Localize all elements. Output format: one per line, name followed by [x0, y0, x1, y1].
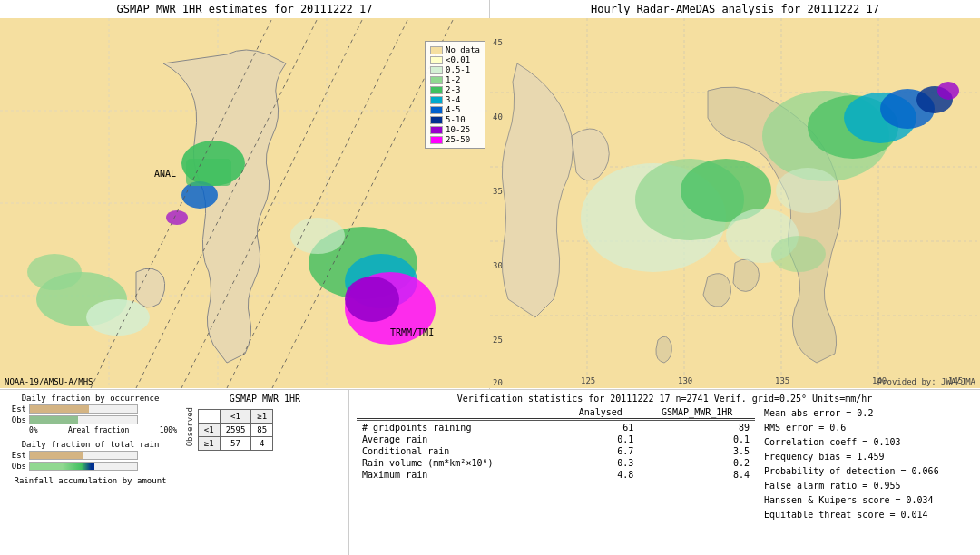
bar-obs-label: Obs: [4, 415, 26, 424]
bar-axis-1: 0%Areal fraction100%: [4, 426, 177, 434]
contingency-table: <1 ≥1 <1 2595 85 ≥1 57 4: [198, 409, 273, 451]
legend-box: No data <0.01 0.5-1 1-2 2-3 3-4 4-5 5-10…: [425, 41, 485, 149]
bar-obs-rain-label: Obs: [4, 462, 26, 471]
bar-obs-rain: [29, 462, 138, 471]
bar-section2-title: Daily fraction of total rain: [4, 440, 177, 449]
verif-left: Analysed GSMAP_MWR_1HR # gridpoints rain…: [357, 406, 764, 522]
svg-point-71: [776, 168, 839, 213]
svg-point-22: [27, 254, 82, 290]
stat-prob-detection: Probability of detection = 0.066: [764, 464, 973, 479]
svg-rect-26: [186, 159, 231, 186]
stat-mean-abs-error: Mean abs error = 0.2: [764, 406, 973, 421]
bar-section3-title: Rainfall accumulation by amount: [4, 476, 177, 485]
svg-text:130: 130: [678, 376, 692, 385]
cell-ge1-ge1: 4: [251, 437, 273, 451]
verif-row-rain-volume: Rain volume (mm*km²×10⁶) 0.3 0.2: [357, 457, 755, 469]
svg-text:125: 125: [581, 376, 595, 385]
svg-text:30: 30: [493, 261, 503, 270]
verif-section: Analysed GSMAP_MWR_1HR # gridpoints rain…: [357, 406, 973, 522]
contingency-table-panel: GSMAP_MWR_1HR Observed <1 ≥1 <1 2595: [181, 390, 349, 555]
observed-label: Observed: [185, 407, 195, 446]
verification-stats: Verification statistics for 20111222 17 …: [349, 390, 980, 555]
cell-lt1-lt1: 2595: [220, 424, 251, 437]
svg-point-23: [86, 299, 150, 336]
noaa-label: NOAA-19/AMSU-A/MHS: [5, 377, 93, 386]
bar-est-occurrence: [29, 404, 138, 414]
svg-text:40: 40: [493, 112, 503, 122]
stat-equitable-threat: Equitable threat score = 0.014: [764, 508, 973, 522]
stat-hanssen-kuipers: Hanssen & Kuipers score = 0.034: [764, 493, 973, 508]
cell-lt1-ge1: 85: [251, 424, 273, 437]
svg-point-27: [166, 210, 188, 225]
bottom-left-charts: Daily fraction by occurrence Est Obs 0%A…: [0, 390, 181, 555]
verif-row-cond-rain: Conditional rain 6.7 3.5: [357, 445, 755, 457]
bar-est-rain: [29, 451, 138, 460]
svg-text:TRMM/TMI: TRMM/TMI: [390, 327, 434, 337]
contingency-title: GSMAP_MWR_1HR: [185, 394, 345, 404]
stat-corr-coeff: Correlation coeff = 0.103: [764, 435, 973, 450]
right-map-title: Hourly Radar-AMeDAS analysis for 2011122…: [490, 0, 980, 18]
maps-row: GSMAP_MWR_1HR estimates for 20111222 17: [0, 0, 980, 390]
stat-freq-bias: Frequency bias = 1.459: [764, 450, 973, 464]
svg-text:25: 25: [493, 336, 503, 345]
svg-text:45: 45: [493, 38, 503, 47]
stat-rms-error: RMS error = 0.6: [764, 421, 973, 435]
right-map-panel: Hourly Radar-AMeDAS analysis for 2011122…: [490, 0, 980, 390]
svg-point-31: [345, 277, 399, 322]
bar-obs-occurrence: [29, 415, 138, 424]
verif-row-avg-rain: Average rain 0.1 0.1: [357, 433, 755, 445]
verif-col-gsmap: GSMAP_MWR_1HR: [639, 406, 755, 419]
svg-point-68: [937, 82, 959, 100]
bar-section1-title: Daily fraction by occurrence: [4, 394, 177, 403]
svg-text:20: 20: [493, 378, 503, 387]
verif-right-stats: Mean abs error = 0.2 RMS error = 0.6 Cor…: [764, 406, 973, 522]
svg-point-32: [290, 218, 345, 254]
svg-text:35: 35: [493, 187, 503, 196]
bar-est-label: Est: [4, 404, 26, 414]
verif-row-max-rain: Maximum rain 4.8 8.4: [357, 469, 755, 481]
verif-col-analysed: Analysed: [562, 406, 639, 419]
left-map-title: GSMAP_MWR_1HR estimates for 20111222 17: [0, 0, 489, 18]
verif-title: Verification statistics for 20111222 17 …: [357, 394, 973, 404]
verif-table: Analysed GSMAP_MWR_1HR # gridpoints rain…: [357, 406, 755, 481]
cell-ge1-lt1: 57: [220, 437, 251, 451]
svg-text:135: 135: [775, 376, 789, 385]
main-container: GSMAP_MWR_1HR estimates for 20111222 17: [0, 0, 980, 555]
bottom-row: Daily fraction by occurrence Est Obs 0%A…: [0, 390, 980, 555]
svg-point-70: [771, 236, 826, 272]
bar-est-rain-label: Est: [4, 451, 26, 460]
provided-by-label: Provided by: JWA/JMA: [877, 377, 975, 386]
stat-false-alarm-ratio: False alarm ratio = 0.955: [764, 479, 973, 493]
left-map-panel: GSMAP_MWR_1HR estimates for 20111222 17: [0, 0, 490, 390]
verif-row-gridpoints: # gridpoints raining 61 89: [357, 422, 755, 433]
svg-text:ANAL: ANAL: [154, 169, 176, 179]
